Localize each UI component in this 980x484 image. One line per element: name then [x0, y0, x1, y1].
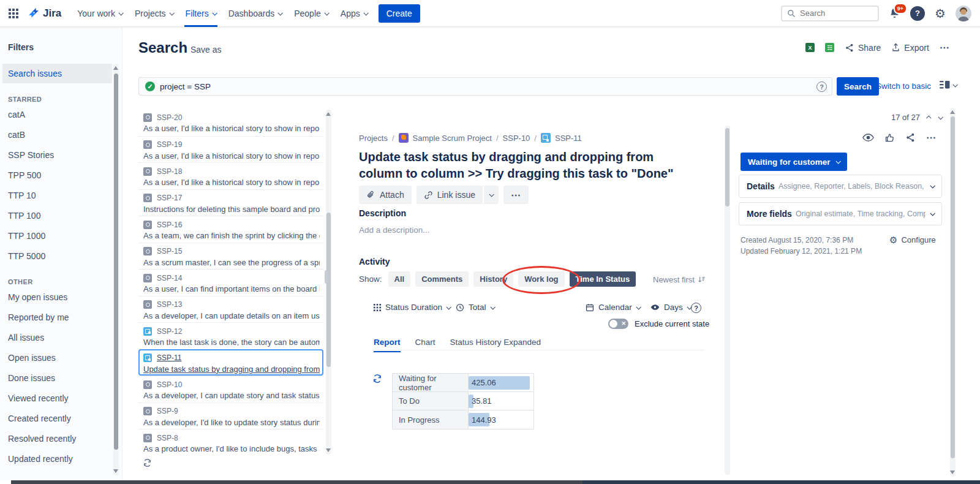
- sidebar-item-open-issues[interactable]: Open issues: [0, 347, 122, 368]
- jql-help-icon[interactable]: ?: [816, 81, 827, 92]
- exclude-current-state-toggle[interactable]: ✕ Exclude current state: [608, 319, 709, 329]
- list-item[interactable]: SSP-18As a user, I'd like a historical s…: [138, 162, 323, 189]
- sidebar-item-my-open-issues[interactable]: My open issues: [0, 287, 122, 307]
- list-item[interactable]: SSP-20As a user, I'd like a historical s…: [138, 109, 323, 136]
- attach-button[interactable]: Attach: [359, 186, 412, 204]
- link-issue-button[interactable]: Link issue: [417, 186, 483, 204]
- nav-your-work[interactable]: Your work: [71, 0, 129, 27]
- sidebar-item-ttp-10[interactable]: TTP 10: [0, 185, 122, 205]
- sort-control[interactable]: Newest first: [653, 275, 706, 284]
- search-button[interactable]: Search: [837, 77, 879, 96]
- nav-filters[interactable]: Filters: [179, 0, 222, 27]
- breadcrumb-projects[interactable]: Projects: [359, 134, 388, 143]
- sidebar-item-cata[interactable]: catA: [0, 104, 122, 124]
- excel-export-icon[interactable]: X: [805, 43, 815, 52]
- breadcrumb-current-issue[interactable]: SSP-11: [555, 134, 582, 143]
- vote-thumbs-up-icon[interactable]: [884, 132, 895, 143]
- metric-dropdown[interactable]: Total: [456, 303, 494, 312]
- breadcrumb-parent-issue[interactable]: SSP-10: [503, 134, 530, 143]
- page-scrollbar[interactable]: [950, 108, 956, 477]
- toggle-off[interactable]: ✕: [608, 319, 628, 329]
- description-placeholder[interactable]: Add a description...: [359, 225, 430, 235]
- list-item-partial[interactable]: [138, 456, 323, 456]
- help-icon[interactable]: ?: [910, 6, 925, 21]
- sidebar-item-all-issues[interactable]: All issues: [0, 327, 122, 347]
- list-item-selected[interactable]: SSP-11Update task status by dragging and…: [138, 349, 323, 376]
- jira-logo[interactable]: Jira: [27, 7, 61, 20]
- unit-dropdown[interactable]: Days: [650, 303, 691, 312]
- sidebar-item-resolved-recently[interactable]: Resolved recently: [0, 428, 122, 448]
- list-refresh-icon[interactable]: [143, 458, 152, 467]
- filter-comments[interactable]: Comments: [415, 271, 469, 287]
- filter-work-log[interactable]: Work log: [518, 271, 564, 287]
- nav-people[interactable]: People: [288, 0, 334, 27]
- sidebar-item-ssp-stories[interactable]: SSP Stories: [0, 145, 122, 165]
- list-item[interactable]: SSP-14As a user, I can find important it…: [138, 269, 323, 296]
- list-item[interactable]: SSP-12When the last task is done, the st…: [138, 322, 323, 349]
- create-button[interactable]: Create: [379, 4, 420, 23]
- settings-gear-icon[interactable]: ⚙: [935, 7, 946, 20]
- pane-resize-handle[interactable]: [325, 270, 328, 284]
- list-item[interactable]: SSP-19As a user, I'd like a historical s…: [138, 136, 323, 163]
- list-item[interactable]: SSP-10As a developer, I can update story…: [138, 376, 323, 403]
- header-more-icon[interactable]: ⋯: [940, 42, 950, 53]
- save-as-link[interactable]: Save as: [190, 45, 222, 55]
- list-item[interactable]: SSP-17Instructions for deleting this sam…: [138, 189, 323, 216]
- issue-more-actions-icon[interactable]: ⋯: [926, 132, 937, 143]
- next-issue-icon[interactable]: [938, 115, 943, 119]
- sidebar-item-ttp-5000[interactable]: TTP 5000: [0, 246, 122, 266]
- report-refresh-icon[interactable]: [372, 374, 382, 384]
- sidebar-item-reported-by-me[interactable]: Reported by me: [0, 307, 122, 327]
- jql-query-input[interactable]: ✓ project = SSP ?: [138, 77, 832, 96]
- sidebar-item-updated-recently[interactable]: Updated recently: [0, 448, 122, 469]
- watch-eye-icon[interactable]: [862, 134, 874, 142]
- list-item[interactable]: SSP-13As a developer, I can update detai…: [138, 296, 323, 323]
- notifications-bell-icon[interactable]: 9+: [889, 7, 900, 19]
- sidebar-item-search-issues[interactable]: Search issues: [2, 64, 112, 83]
- list-item[interactable]: SSP-9As a developer, I'd like to update …: [138, 403, 323, 429]
- sidebar-item-created-recently[interactable]: Created recently: [0, 408, 122, 428]
- issue-more-button[interactable]: ⋯: [503, 186, 529, 204]
- nav-dashboards[interactable]: Dashboards: [222, 0, 288, 27]
- sidebar-item-catb[interactable]: catB: [0, 124, 122, 145]
- chevron-down-icon: [324, 10, 329, 15]
- created-timestamp: Created August 15, 2020, 7:36 PM: [741, 236, 853, 244]
- link-issue-dropdown[interactable]: [484, 186, 499, 204]
- nav-apps[interactable]: Apps: [334, 0, 374, 27]
- details-panel-header[interactable]: Details Assignee, Reporter, Labels, Bloc…: [739, 175, 942, 198]
- list-item[interactable]: SSP-15As a scrum master, I can see the p…: [138, 243, 323, 270]
- share-icon[interactable]: [905, 132, 916, 143]
- switch-to-basic-link[interactable]: Switch to basic: [876, 81, 931, 91]
- list-item[interactable]: SSP-8As a product owner, I'd like to inc…: [138, 429, 323, 456]
- sidebar-scrollbar[interactable]: [113, 64, 119, 475]
- global-search-input[interactable]: [800, 9, 867, 18]
- app-switcher-icon[interactable]: [9, 9, 18, 18]
- sidebar-item-ttp-100[interactable]: TTP 100: [0, 205, 122, 225]
- detail-pane-scrollbar[interactable]: [725, 126, 730, 475]
- previous-issue-icon[interactable]: [926, 115, 931, 120]
- sidebar-item-done-issues[interactable]: Done issues: [0, 368, 122, 388]
- filter-history[interactable]: History: [473, 271, 513, 287]
- configure-button[interactable]: ⚙ Configure: [889, 235, 936, 244]
- sidebar-item-ttp-1000[interactable]: TTP 1000: [0, 225, 122, 246]
- nav-projects[interactable]: Projects: [129, 0, 179, 27]
- global-search[interactable]: [781, 6, 879, 21]
- filter-all[interactable]: All: [388, 271, 411, 287]
- layout-switcher[interactable]: [940, 80, 957, 89]
- list-item[interactable]: SSP-16As a team, we can finish the sprin…: [138, 216, 323, 243]
- export-button[interactable]: Export: [891, 43, 929, 53]
- status-dropdown-button[interactable]: Waiting for customer: [741, 153, 847, 171]
- chevron-down-icon: [930, 183, 935, 188]
- sidebar-item-viewed-recently[interactable]: Viewed recently: [0, 388, 122, 408]
- tis-help-icon[interactable]: ?: [691, 303, 701, 313]
- user-avatar[interactable]: [956, 6, 971, 21]
- filter-time-in-status[interactable]: Time In Status: [570, 271, 636, 287]
- calendar-dropdown[interactable]: Calendar: [586, 303, 640, 312]
- google-sheets-export-icon[interactable]: ☷: [825, 43, 834, 52]
- issue-title[interactable]: Update task status by dragging and dropp…: [359, 149, 699, 182]
- status-duration-dropdown[interactable]: Status Duration: [374, 303, 450, 312]
- share-button[interactable]: Share: [845, 43, 881, 53]
- more-fields-panel-header[interactable]: More fields Original estimate, Time trac…: [739, 202, 942, 225]
- breadcrumb-project[interactable]: Sample Scrum Project: [413, 134, 492, 143]
- sidebar-item-tpp-500[interactable]: TPP 500: [0, 165, 122, 185]
